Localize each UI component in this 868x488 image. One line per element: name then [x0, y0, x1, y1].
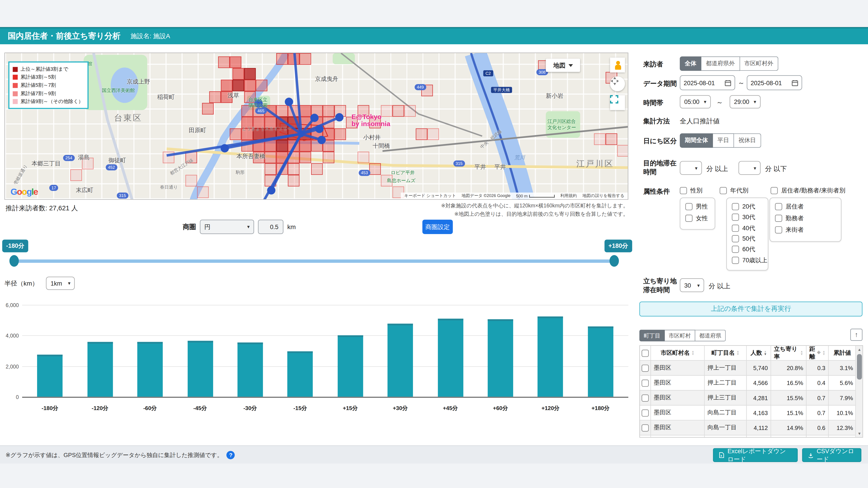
- chart-bar[interactable]: [237, 343, 263, 397]
- checkbox-icon[interactable]: [685, 203, 692, 210]
- scroll-down-icon[interactable]: ▼: [856, 430, 863, 437]
- chart-bar[interactable]: [488, 319, 513, 397]
- row-checkbox-cell[interactable]: [640, 405, 651, 420]
- map-type-button[interactable]: 地図: [546, 59, 580, 72]
- stop-point[interactable]: [317, 136, 326, 144]
- csv-download-button[interactable]: CSVダウンロード: [802, 448, 862, 462]
- sort-icons[interactable]: ▲▼: [691, 350, 694, 356]
- attr-item-勤務者[interactable]: 勤務者: [775, 214, 804, 223]
- trade-area-set-button[interactable]: 商圏設定: [423, 220, 453, 234]
- column-header-累計値[interactable]: 累計値: [829, 346, 856, 361]
- row-checkbox-cell[interactable]: [640, 420, 651, 435]
- attr-item-来街者[interactable]: 来街者: [775, 226, 804, 234]
- checkbox-icon[interactable]: [732, 203, 739, 210]
- attr-item-男性[interactable]: 男性: [685, 202, 708, 211]
- scrollbar-thumb[interactable]: [857, 354, 862, 380]
- column-header-人数[interactable]: 人数▲▼: [747, 346, 771, 361]
- table-row-partial[interactable]: [640, 435, 857, 437]
- visitor-option-市区町村外[interactable]: 市区町村外: [740, 57, 778, 71]
- chart-bar[interactable]: [538, 317, 563, 397]
- checkbox-icon[interactable]: [680, 187, 687, 194]
- time-from-select[interactable]: 05:00▾: [680, 95, 711, 108]
- pegman-control[interactable]: [610, 58, 625, 72]
- checkbox-icon[interactable]: [642, 379, 649, 387]
- checkbox-icon[interactable]: [642, 424, 649, 431]
- chart-bar[interactable]: [388, 324, 413, 397]
- time-range-slider[interactable]: [14, 260, 614, 263]
- day-type-option-期間全体[interactable]: 期間全体: [680, 133, 713, 148]
- table-tab-都道府県[interactable]: 都道府県: [695, 330, 726, 341]
- fullscreen-button[interactable]: [610, 95, 625, 110]
- chart-bar[interactable]: [438, 319, 463, 397]
- stop-point[interactable]: [267, 186, 276, 195]
- attr-item-60代[interactable]: 60代: [732, 245, 755, 254]
- table-row[interactable]: 墨田区押上二丁目4,56616.5%0.45.6%: [640, 376, 857, 391]
- scroll-top-button[interactable]: ↑: [850, 329, 863, 341]
- attr-item-40代[interactable]: 40代: [732, 224, 755, 232]
- chart-bar[interactable]: [588, 326, 613, 397]
- compass-control[interactable]: [610, 76, 625, 91]
- column-header-町丁目名[interactable]: 町丁目名▲▼: [705, 346, 747, 361]
- visitor-option-全体[interactable]: 全体: [680, 57, 702, 71]
- stop-stay-select[interactable]: 30▾: [680, 278, 704, 292]
- row-checkbox-cell[interactable]: [640, 435, 651, 437]
- checkbox-icon[interactable]: [732, 235, 739, 242]
- checkbox-icon[interactable]: [642, 364, 649, 372]
- attr-item-女性[interactable]: 女性: [685, 214, 708, 223]
- checkbox-icon[interactable]: [720, 187, 727, 194]
- chart-bar[interactable]: [287, 351, 313, 397]
- table-row[interactable]: 墨田区向島二丁目4,16315.1%0.710.1%: [640, 405, 857, 420]
- chart-bar[interactable]: [187, 341, 213, 397]
- checkbox-icon[interactable]: [685, 215, 692, 222]
- radius-select[interactable]: 1km▾: [46, 276, 75, 290]
- dest-stay-max-select[interactable]: ▾: [739, 161, 761, 175]
- row-checkbox-cell[interactable]: [640, 391, 651, 405]
- table-tab-町丁目[interactable]: 町丁目: [640, 330, 665, 341]
- attr-item-50代[interactable]: 50代: [732, 234, 755, 243]
- terms-link[interactable]: 利用規約: [560, 193, 577, 199]
- checkbox-icon[interactable]: [732, 256, 739, 264]
- day-type-option-祝休日[interactable]: 祝休日: [734, 133, 761, 148]
- checkbox-icon[interactable]: [642, 409, 649, 416]
- sort-icons[interactable]: ▲▼: [737, 350, 739, 356]
- attr-group-checkbox-0[interactable]: 性別: [680, 186, 702, 195]
- attr-group-checkbox-1[interactable]: 年代別: [720, 186, 748, 195]
- help-icon[interactable]: ?: [227, 451, 235, 459]
- checkbox-icon[interactable]: [642, 350, 649, 357]
- attr-item-30代[interactable]: 30代: [732, 213, 755, 222]
- stop-point[interactable]: [335, 113, 344, 122]
- trade-radius-input[interactable]: 0.5: [258, 220, 283, 234]
- stop-point[interactable]: [285, 98, 293, 106]
- facility-point[interactable]: [298, 131, 305, 137]
- attr-item-70歳以上[interactable]: 70歳以上: [732, 256, 767, 264]
- attr-item-20代[interactable]: 20代: [732, 202, 755, 211]
- sort-icons[interactable]: ▲▼: [764, 350, 767, 356]
- checkbox-icon[interactable]: [642, 394, 649, 401]
- checkbox-icon[interactable]: [771, 187, 778, 194]
- table-scrollbar[interactable]: ▲ ▼: [855, 346, 863, 437]
- scroll-up-icon[interactable]: ▲: [856, 346, 863, 353]
- trade-shape-select[interactable]: 円▾: [200, 220, 254, 234]
- visitor-option-都道府県外[interactable]: 都道府県外: [702, 57, 740, 71]
- checkbox-icon[interactable]: [775, 226, 782, 234]
- table-row[interactable]: 墨田区向島一丁目4,11214.9%0.612.3%: [640, 420, 857, 435]
- checkbox-icon[interactable]: [732, 224, 739, 232]
- row-checkbox-cell[interactable]: [640, 361, 651, 376]
- slider-handle-right[interactable]: [610, 255, 619, 267]
- checkbox-icon[interactable]: [732, 214, 739, 221]
- day-type-option-平日[interactable]: 平日: [713, 133, 734, 148]
- column-header-市区町村名[interactable]: 市区町村名▲▼: [651, 346, 705, 361]
- chart-bar[interactable]: [338, 335, 363, 397]
- rerun-aggregation-button[interactable]: 上記の条件で集計を再実行: [640, 302, 863, 317]
- chart-bar[interactable]: [137, 342, 163, 397]
- sort-icons[interactable]: ▲▼: [822, 350, 825, 356]
- sort-icons[interactable]: ▲▼: [800, 350, 803, 356]
- column-header-立ち寄り率[interactable]: 立ち寄り率▲▼: [771, 346, 807, 361]
- excel-download-button[interactable]: x Excelレポートダウンロード: [713, 448, 798, 462]
- period-to-input[interactable]: 2025-08-01: [747, 75, 802, 90]
- checkbox-icon[interactable]: [732, 246, 739, 253]
- slider-handle-left[interactable]: [9, 255, 19, 267]
- keyboard-shortcuts-link[interactable]: キーボード ショートカット: [404, 193, 456, 199]
- checkbox-icon[interactable]: [775, 203, 782, 210]
- dest-stay-min-select[interactable]: ▾: [680, 161, 702, 175]
